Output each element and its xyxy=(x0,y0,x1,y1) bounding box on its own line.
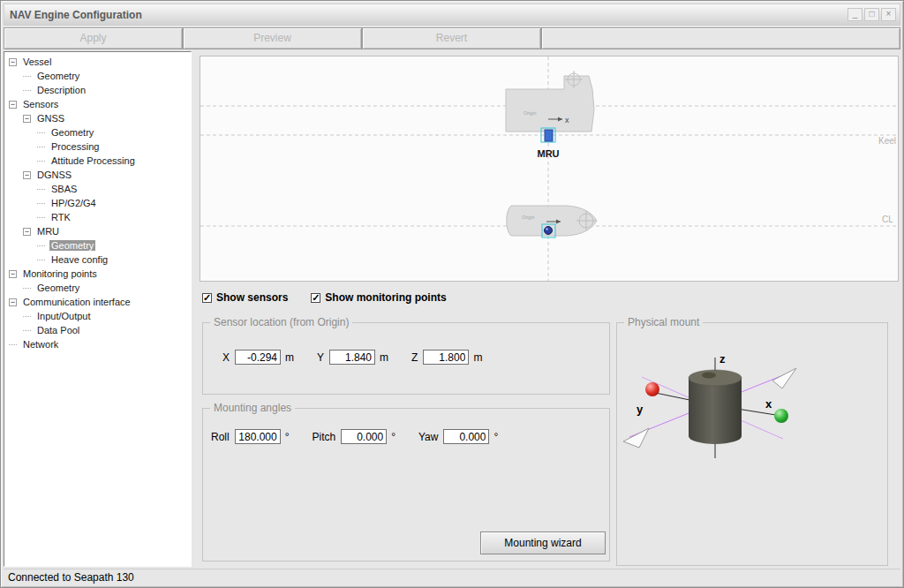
maximize-button[interactable]: □ xyxy=(864,8,879,21)
sensor-location-fields: X m Y m Z m xyxy=(222,350,482,365)
roll-unit: ° xyxy=(285,431,290,443)
tree-connector-line xyxy=(23,316,31,317)
tree-item-description[interactable]: Description xyxy=(4,83,191,97)
tree-panel[interactable]: −VesselGeometryDescription−Sensors−GNSSG… xyxy=(4,51,192,567)
tree-item-gnss[interactable]: −GNSS xyxy=(4,111,191,125)
tree-item-geometry[interactable]: Geometry xyxy=(4,125,191,139)
tree-expand-icon[interactable]: − xyxy=(9,101,17,109)
tree-item-label[interactable]: RTK xyxy=(49,212,72,222)
tree-item-label[interactable]: Geometry xyxy=(35,283,81,293)
tree-item-label[interactable]: SBAS xyxy=(49,184,79,194)
x-input[interactable] xyxy=(235,350,281,365)
tree-expand-icon[interactable]: − xyxy=(9,58,17,66)
tree-item-vessel[interactable]: −Vessel xyxy=(4,55,191,69)
show-monitoring-points-checkbox[interactable]: ✓ xyxy=(311,293,320,303)
tree-connector-line xyxy=(37,260,45,260)
preview-button[interactable]: Preview xyxy=(183,27,362,49)
z-input[interactable] xyxy=(423,350,469,365)
y-input[interactable] xyxy=(329,350,375,365)
tree-item-label[interactable]: Geometry xyxy=(49,240,95,251)
tree-item-label[interactable]: Description xyxy=(35,85,87,95)
tree-item-dgnss[interactable]: −DGNSS xyxy=(4,168,191,182)
yaw-label: Yaw xyxy=(418,431,438,443)
tree-expand-icon[interactable]: − xyxy=(23,115,31,123)
tree-item-label[interactable]: Network xyxy=(21,339,60,350)
tree-item-label[interactable]: Monitoring points xyxy=(21,268,99,279)
mru-sensor-side[interactable] xyxy=(545,130,553,141)
tree-item-rtk[interactable]: RTK xyxy=(4,210,191,224)
tree-item-label[interactable]: Heave config xyxy=(49,254,109,265)
y-axis-label: y xyxy=(637,403,644,416)
mounting-angles-title: Mounting angles xyxy=(210,402,295,414)
tree-item-geometry[interactable]: Geometry xyxy=(4,281,191,295)
sensor-location-title: Sensor location (from Origin) xyxy=(210,316,352,328)
z-unit: m xyxy=(473,351,482,364)
tree-item-label[interactable]: DGNSS xyxy=(35,170,73,180)
tree-item-hp-g2-g4[interactable]: HP/G2/G4 xyxy=(4,196,191,210)
tree-item-geometry[interactable]: Geometry xyxy=(4,238,191,253)
tree-item-processing[interactable]: Processing xyxy=(4,139,191,154)
physical-mount-3d-view: z y x xyxy=(617,324,887,564)
tree-item-heave-config[interactable]: Heave config xyxy=(4,253,191,267)
tree-item-label[interactable]: Communication interface xyxy=(21,297,132,307)
tree-item-monitoring-points[interactable]: −Monitoring points xyxy=(4,267,191,281)
tree-item-mru[interactable]: −MRU xyxy=(4,224,191,238)
revert-button[interactable]: Revert xyxy=(362,27,541,49)
cl-label: CL xyxy=(882,215,893,224)
tree-item-sbas[interactable]: SBAS xyxy=(4,182,191,196)
tree-item-label[interactable]: GNSS xyxy=(35,113,66,124)
tree-expand-icon[interactable]: − xyxy=(23,171,31,179)
z-label: Z xyxy=(411,351,418,364)
x-axis-sphere-green xyxy=(774,409,788,423)
tree-item-label[interactable]: Attitude Processing xyxy=(49,155,137,166)
tree-item-label[interactable]: Data Pool xyxy=(35,325,81,335)
vessel-diagram[interactable]: Keel CL Origin x MRU xyxy=(200,56,899,282)
tree-connector-line xyxy=(37,189,45,190)
tree-item-data-pool[interactable]: Data Pool xyxy=(4,323,191,337)
cylinder-top xyxy=(689,370,742,386)
toolbar-spacer xyxy=(541,27,900,49)
tree-item-input-output[interactable]: Input/Output xyxy=(4,309,191,323)
z-axis-label: z xyxy=(719,352,726,366)
window-title: NAV Engine Configuration xyxy=(4,9,848,21)
toolbar: Apply Preview Revert xyxy=(4,27,900,49)
tree-item-attitude-processing[interactable]: Attitude Processing xyxy=(4,154,191,168)
apply-button[interactable]: Apply xyxy=(4,27,183,49)
close-button[interactable]: × xyxy=(881,8,896,21)
x-unit: m xyxy=(285,351,294,364)
title-bar: NAV Engine Configuration _ □ × xyxy=(4,4,900,26)
tree-expand-icon[interactable]: − xyxy=(9,270,17,278)
tree-item-label[interactable]: Geometry xyxy=(35,71,81,81)
pitch-input[interactable] xyxy=(341,429,387,444)
tree-connector-line xyxy=(37,203,45,204)
tree-connector-line xyxy=(9,344,17,345)
tree-item-label[interactable]: HP/G2/G4 xyxy=(49,198,98,208)
keel-label: Keel xyxy=(878,136,896,146)
show-sensors-checkbox[interactable]: ✓ xyxy=(202,293,212,303)
tree-item-geometry[interactable]: Geometry xyxy=(4,69,191,83)
tree-connector-line xyxy=(23,90,31,91)
tree-item-label[interactable]: Vessel xyxy=(21,57,53,67)
mounting-angles-fields: Roll ° Pitch ° Yaw ° xyxy=(211,429,498,444)
show-monitoring-points-option[interactable]: ✓ Show monitoring points xyxy=(311,291,446,304)
roll-input[interactable] xyxy=(235,429,281,444)
show-sensors-option[interactable]: ✓ Show sensors xyxy=(202,291,288,304)
tree-item-communication-interface[interactable]: −Communication interface xyxy=(4,295,191,309)
tree-item-label[interactable]: MRU xyxy=(35,226,61,237)
mru-sensor-top[interactable] xyxy=(545,227,553,235)
mounting-wizard-button[interactable]: Mounting wizard xyxy=(480,531,606,554)
tree-expand-icon[interactable]: − xyxy=(23,228,31,236)
tree-item-label[interactable]: Geometry xyxy=(49,127,95,138)
tree-item-label[interactable]: Input/Output xyxy=(35,311,93,321)
cylinder-cap xyxy=(702,373,716,379)
tree-item-network[interactable]: Network xyxy=(4,337,191,351)
tree-expand-icon[interactable]: − xyxy=(9,298,17,306)
tree-item-label[interactable]: Processing xyxy=(49,141,101,152)
origin-label-top: Origin xyxy=(522,215,535,220)
yaw-input[interactable] xyxy=(443,429,489,444)
tree-connector-line xyxy=(37,132,45,133)
tree-item-label[interactable]: Sensors xyxy=(21,99,60,109)
tree-item-sensors[interactable]: −Sensors xyxy=(4,97,191,111)
minimize-button[interactable]: _ xyxy=(848,8,863,21)
vessel-diagram-svg: Keel CL Origin x MRU xyxy=(200,57,898,281)
